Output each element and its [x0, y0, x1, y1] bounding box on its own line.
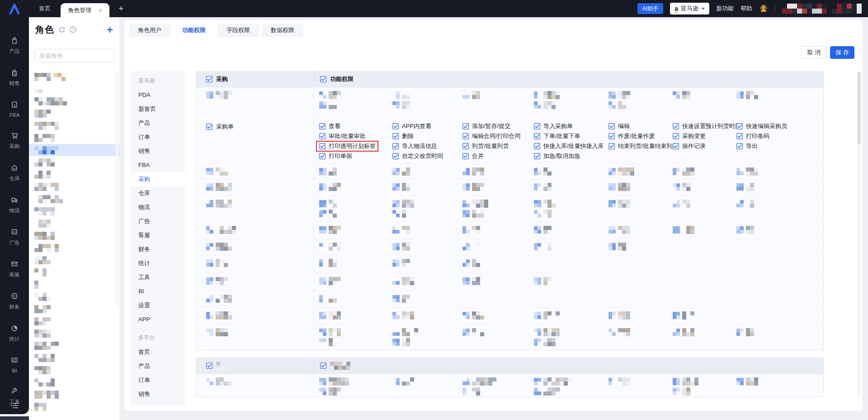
checkbox-checked[interactable] [392, 123, 399, 129]
module-nav-item-BI[interactable]: BI [130, 284, 185, 298]
help-icon[interactable]: ? [70, 26, 76, 33]
role-list-item[interactable] [29, 401, 119, 413]
sidebar-item-采购[interactable]: 采购 [0, 129, 29, 153]
module-nav-item-产品[interactable]: 产品 [130, 359, 185, 373]
role-list-item[interactable] [29, 229, 119, 242]
tab-field-permissions[interactable]: 字段权限 [217, 24, 259, 37]
checkbox-checked[interactable] [736, 143, 743, 149]
role-list-item[interactable] [29, 303, 119, 315]
tab-data-permissions[interactable]: 数据权限 [262, 24, 303, 37]
module-nav-item-客服[interactable]: 客服 [130, 228, 185, 242]
tab-role-users[interactable]: 角色用户 [129, 24, 170, 37]
checkbox-checked[interactable] [319, 133, 326, 139]
module-nav-item-首页[interactable]: 首页 [130, 345, 185, 359]
role-list-item[interactable] [29, 315, 119, 327]
ai-assistant-button[interactable]: AI助手 [637, 3, 663, 14]
checkbox-checked[interactable] [320, 363, 326, 369]
role-list-item[interactable] [29, 119, 119, 132]
checkbox-checked[interactable] [462, 153, 469, 159]
checkbox-checked[interactable] [609, 133, 615, 139]
module-nav-item-采购[interactable]: 采购 [130, 172, 185, 186]
module-nav-item-销售[interactable]: 销售 [130, 387, 185, 401]
module-nav-item-工具[interactable]: 工具 [130, 270, 185, 284]
sidebar-item-产品[interactable]: 产品 [0, 33, 29, 57]
role-list-item[interactable] [29, 71, 119, 83]
module-nav-item-设置[interactable]: 设置 [130, 298, 185, 312]
sidebar-item-仓库[interactable]: 仓库 [0, 161, 29, 185]
role-list-item[interactable] [29, 205, 119, 217]
collapse-menu-icon[interactable] [0, 401, 29, 410]
checkbox-checked[interactable] [534, 143, 540, 149]
module-nav-item-广告[interactable]: 广告 [130, 214, 185, 228]
role-list-item[interactable] [29, 352, 119, 364]
new-features-link[interactable]: 新功能 [716, 5, 734, 13]
module-nav-item-销售[interactable]: 销售 [130, 144, 185, 158]
save-button[interactable]: 保 存 [830, 46, 854, 59]
checkbox-checked[interactable] [534, 133, 540, 139]
refresh-icon[interactable] [59, 27, 65, 33]
checkbox-checked[interactable] [736, 133, 743, 139]
role-list-item[interactable] [29, 168, 119, 181]
checkbox-checked[interactable] [462, 143, 469, 149]
module-nav-item-物流[interactable]: 物流 [130, 200, 185, 214]
tab-function-permissions[interactable]: 功能权限 [173, 24, 215, 37]
role-list-item[interactable] [29, 254, 119, 266]
checkbox-checked[interactable] [609, 123, 615, 129]
sidebar-item-物流[interactable]: 物流 [0, 193, 29, 217]
app-logo-icon[interactable] [0, 0, 29, 17]
module-nav-item-订单[interactable]: 订单 [130, 373, 185, 387]
role-list-item[interactable] [29, 95, 119, 107]
role-list-item[interactable] [29, 83, 119, 95]
role-list-item-selected[interactable] [29, 144, 119, 156]
checkbox-checked[interactable] [392, 143, 399, 149]
role-list-item[interactable] [29, 327, 119, 339]
checkbox-checked[interactable] [673, 133, 679, 139]
sidebar-item-统计[interactable]: 统计 [0, 321, 29, 345]
module-nav-item-仓库[interactable]: 仓库 [130, 186, 185, 200]
module-nav-item-FBA[interactable]: FBA [130, 158, 185, 172]
new-tab-button[interactable]: + [118, 4, 123, 14]
role-list-item[interactable] [29, 266, 119, 278]
checkbox-checked[interactable] [319, 153, 326, 159]
checkbox-checked[interactable] [534, 123, 540, 129]
sidebar-item-销售[interactable]: SEL销售 [0, 66, 29, 90]
content-scrollbar[interactable] [857, 71, 861, 396]
checkbox-checked[interactable] [534, 153, 540, 159]
marketplace-selector[interactable]: a 亚马逊 [670, 3, 709, 14]
checkbox-checked[interactable] [736, 123, 743, 129]
module-nav-item-订单[interactable]: 订单 [130, 130, 185, 144]
role-list-item[interactable] [29, 242, 119, 254]
window-tab-role-management[interactable]: 角色管理 × [61, 3, 109, 17]
module-nav-item-产品[interactable]: 产品 [130, 116, 185, 130]
window-tab-home[interactable]: 首页 [29, 0, 61, 17]
checkbox-checked[interactable] [206, 124, 212, 130]
notification-headset-icon[interactable] [759, 4, 768, 13]
checkbox-checked[interactable] [392, 133, 399, 139]
role-list-item[interactable] [29, 156, 119, 168]
checkbox-checked[interactable] [673, 123, 679, 129]
sidebar-item-BI[interactable]: BI [0, 353, 29, 376]
role-list-item[interactable] [29, 291, 119, 303]
checkbox-checked[interactable] [319, 143, 326, 149]
role-list-item[interactable] [29, 364, 119, 376]
search-role-input[interactable] [34, 49, 115, 62]
checkbox-checked[interactable] [320, 76, 326, 82]
user-account-redacted[interactable] [782, 4, 862, 14]
sidebar-item-财务[interactable]: ¥财务 [0, 289, 29, 313]
role-list-scrollbar[interactable] [116, 72, 118, 307]
role-list-item[interactable] [29, 132, 119, 144]
checkbox-checked[interactable] [462, 133, 469, 139]
close-tab-icon[interactable]: × [99, 7, 102, 14]
role-list-item[interactable] [29, 217, 119, 229]
sidebar-item-客服[interactable]: 客服 [0, 257, 29, 281]
checkbox-checked[interactable] [319, 123, 326, 129]
role-list-item[interactable] [29, 181, 119, 193]
module-nav-item-APP[interactable]: APP [130, 312, 185, 326]
module-nav-item-PDA[interactable]: PDA [130, 88, 185, 102]
sidebar-item-FBA[interactable]: aFBA [0, 98, 29, 120]
module-nav-item-统计[interactable]: 统计 [130, 256, 185, 270]
module-nav-item-新首页[interactable]: 新首页 [130, 102, 185, 116]
role-list-item[interactable] [29, 107, 119, 119]
role-list-item[interactable] [29, 193, 119, 205]
module-nav-item-财务[interactable]: 财务 [130, 242, 185, 256]
